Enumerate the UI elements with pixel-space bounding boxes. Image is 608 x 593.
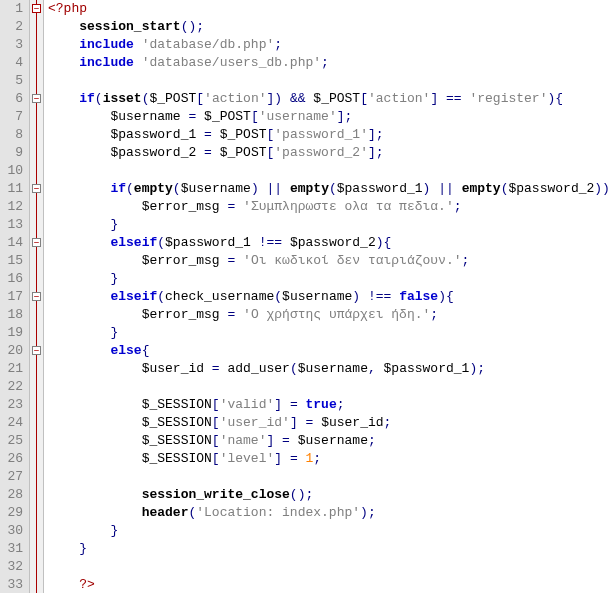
fold-toggle-icon[interactable]: − bbox=[32, 4, 41, 13]
line-number: 12 bbox=[4, 198, 23, 216]
code-line[interactable]: $error_msg = 'Ο χρήστης υπάρχει ήδη.'; bbox=[48, 306, 608, 324]
code-line[interactable]: session_write_close(); bbox=[48, 486, 608, 504]
code-line[interactable]: elseif(check_username($username) !== fal… bbox=[48, 288, 608, 306]
code-editor: 1234567891011121314151617181920212223242… bbox=[0, 0, 608, 593]
code-line[interactable] bbox=[48, 558, 608, 576]
line-number: 1 bbox=[4, 0, 23, 18]
line-number: 3 bbox=[4, 36, 23, 54]
code-line[interactable]: $error_msg = 'Οι κωδικοί δεν ταιριάζουν.… bbox=[48, 252, 608, 270]
code-line[interactable]: } bbox=[48, 540, 608, 558]
line-number: 2 bbox=[4, 18, 23, 36]
code-line[interactable]: $error_msg = 'Συμπληρωστε ολα τα πεδια.'… bbox=[48, 198, 608, 216]
line-number: 23 bbox=[4, 396, 23, 414]
code-line[interactable]: include 'database/users_db.php'; bbox=[48, 54, 608, 72]
fold-toggle-icon[interactable]: − bbox=[32, 292, 41, 301]
code-line[interactable]: header('Location: index.php'); bbox=[48, 504, 608, 522]
code-line[interactable]: } bbox=[48, 324, 608, 342]
code-line[interactable]: $user_id = add_user($username, $password… bbox=[48, 360, 608, 378]
code-line[interactable]: include 'database/db.php'; bbox=[48, 36, 608, 54]
code-line[interactable]: if(isset($_POST['action']) && $_POST['ac… bbox=[48, 90, 608, 108]
code-line[interactable] bbox=[48, 468, 608, 486]
line-number: 31 bbox=[4, 540, 23, 558]
code-line[interactable] bbox=[48, 72, 608, 90]
fold-toggle-icon[interactable]: − bbox=[32, 238, 41, 247]
line-number: 17 bbox=[4, 288, 23, 306]
line-number-gutter: 1234567891011121314151617181920212223242… bbox=[0, 0, 30, 593]
line-number: 15 bbox=[4, 252, 23, 270]
fold-toggle-icon[interactable]: − bbox=[32, 184, 41, 193]
line-number: 22 bbox=[4, 378, 23, 396]
code-line[interactable] bbox=[48, 162, 608, 180]
line-number: 29 bbox=[4, 504, 23, 522]
code-line[interactable]: $_SESSION['name'] = $username; bbox=[48, 432, 608, 450]
code-line[interactable]: } bbox=[48, 270, 608, 288]
code-line[interactable]: $username = $_POST['username']; bbox=[48, 108, 608, 126]
code-line[interactable] bbox=[48, 378, 608, 396]
fold-toggle-icon[interactable]: − bbox=[32, 346, 41, 355]
line-number: 19 bbox=[4, 324, 23, 342]
code-line[interactable]: if(empty($username) || empty($password_1… bbox=[48, 180, 608, 198]
line-number: 13 bbox=[4, 216, 23, 234]
code-line[interactable]: elseif($password_1 !== $password_2){ bbox=[48, 234, 608, 252]
line-number: 25 bbox=[4, 432, 23, 450]
line-number: 6 bbox=[4, 90, 23, 108]
line-number: 10 bbox=[4, 162, 23, 180]
line-number: 7 bbox=[4, 108, 23, 126]
line-number: 24 bbox=[4, 414, 23, 432]
code-line[interactable]: } bbox=[48, 522, 608, 540]
fold-toggle-icon[interactable]: − bbox=[32, 94, 41, 103]
line-number: 28 bbox=[4, 486, 23, 504]
code-line[interactable]: ?> bbox=[48, 576, 608, 593]
code-line[interactable]: $_SESSION['user_id'] = $user_id; bbox=[48, 414, 608, 432]
line-number: 14 bbox=[4, 234, 23, 252]
line-number: 9 bbox=[4, 144, 23, 162]
line-number: 21 bbox=[4, 360, 23, 378]
code-line[interactable]: session_start(); bbox=[48, 18, 608, 36]
line-number: 20 bbox=[4, 342, 23, 360]
line-number: 26 bbox=[4, 450, 23, 468]
line-number: 11 bbox=[4, 180, 23, 198]
code-line[interactable]: $password_1 = $_POST['password_1']; bbox=[48, 126, 608, 144]
line-number: 33 bbox=[4, 576, 23, 593]
line-number: 30 bbox=[4, 522, 23, 540]
code-line[interactable]: else{ bbox=[48, 342, 608, 360]
code-line[interactable]: <?php bbox=[48, 0, 608, 18]
code-line[interactable]: $_SESSION['level'] = 1; bbox=[48, 450, 608, 468]
line-number: 16 bbox=[4, 270, 23, 288]
code-line[interactable]: $password_2 = $_POST['password_2']; bbox=[48, 144, 608, 162]
code-line[interactable]: } bbox=[48, 216, 608, 234]
line-number: 5 bbox=[4, 72, 23, 90]
line-number: 8 bbox=[4, 126, 23, 144]
line-number: 18 bbox=[4, 306, 23, 324]
line-number: 27 bbox=[4, 468, 23, 486]
fold-column: −−−−−− bbox=[30, 0, 44, 593]
line-number: 4 bbox=[4, 54, 23, 72]
code-area[interactable]: <?php session_start(); include 'database… bbox=[44, 0, 608, 593]
line-number: 32 bbox=[4, 558, 23, 576]
code-line[interactable]: $_SESSION['valid'] = true; bbox=[48, 396, 608, 414]
